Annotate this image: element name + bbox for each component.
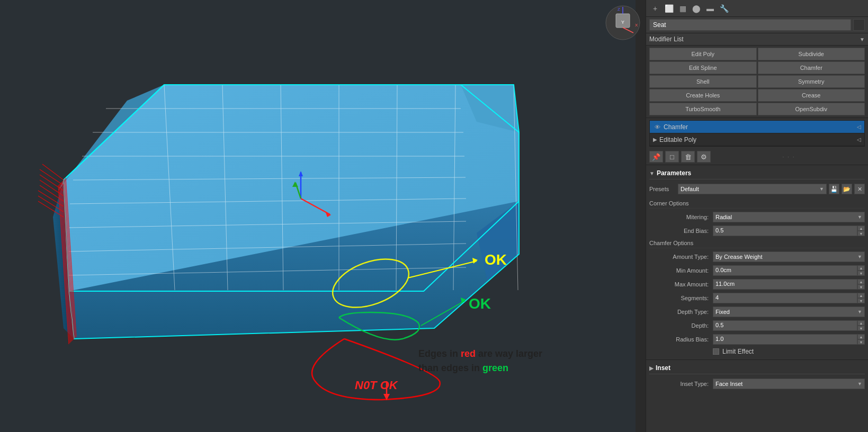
stack-pin-btn[interactable]: 📌	[649, 151, 663, 163]
mitering-dropdown[interactable]: Radial ▼	[713, 212, 865, 222]
mitering-label: Mitering:	[649, 214, 713, 220]
mod-btn-turbosmooth[interactable]: TurboSmooth	[649, 103, 757, 115]
mitering-value: Radial	[715, 214, 732, 220]
mod-btn-opensubdiv[interactable]: OpenSubdiv	[758, 103, 865, 115]
mitering-row: Mitering: Radial ▼	[649, 211, 865, 223]
radius-bias-row: Radius Bias: 1.0 ▲ ▼	[649, 333, 865, 346]
modifier-stack: 👁 Chamfer ◁ ▶ Editable Poly ◁	[649, 120, 865, 147]
scale-icon[interactable]: ▬	[704, 3, 716, 14]
stack-label-poly: Editable Poly	[659, 136, 857, 143]
inset-header[interactable]: ▶ Inset	[649, 362, 865, 374]
presets-label: Presets	[649, 186, 676, 192]
radius-bias-value[interactable]: 1.0	[713, 334, 857, 345]
svg-text:Y: Y	[621, 20, 624, 25]
limit-effect-label: Limit Effect	[722, 348, 754, 355]
stack-controls: 📌 □ 🗑 ⚙ · · ·	[646, 149, 868, 165]
segments-up[interactable]: ▲	[857, 293, 865, 298]
mod-btn-edit-poly[interactable]: Edit Poly	[649, 48, 757, 60]
inset-type-row: Inset Type: Face Inset ▼	[649, 377, 865, 390]
stack-dots: · · ·	[713, 154, 865, 160]
svg-text:Z: Z	[618, 7, 620, 12]
max-amount-value[interactable]: 11.0cm	[713, 279, 857, 290]
mod-btn-chamfer[interactable]: Chamfer	[758, 61, 865, 74]
end-bias-spinner: 0.5 ▲ ▼	[713, 226, 865, 236]
depth-down[interactable]: ▼	[857, 326, 865, 331]
modifier-list-arrow: ▼	[860, 37, 865, 42]
amount-type-arrow: ▼	[857, 254, 862, 259]
stack-eye-chamfer[interactable]: 👁	[653, 123, 661, 131]
stack-config-btn[interactable]: ⚙	[697, 151, 711, 163]
end-bias-up[interactable]: ▲	[857, 226, 865, 231]
radius-bias-up[interactable]: ▲	[857, 334, 865, 339]
stack-expand-poly[interactable]: ▶	[653, 137, 657, 142]
min-amount-arrows: ▲ ▼	[857, 265, 865, 276]
object-color-swatch[interactable]	[853, 19, 865, 31]
segments-down[interactable]: ▼	[857, 298, 865, 303]
depth-value[interactable]: 0.5	[713, 320, 857, 331]
rotate-icon[interactable]: ⬤	[691, 3, 702, 14]
limit-effect-checkbox[interactable]	[713, 348, 719, 355]
end-bias-down[interactable]: ▼	[857, 231, 865, 236]
depth-label: Depth:	[649, 322, 713, 329]
segments-arrows: ▲ ▼	[857, 293, 865, 303]
end-bias-arrows: ▲ ▼	[857, 226, 865, 236]
inset-type-label: Inset Type:	[649, 381, 713, 387]
amount-type-dropdown[interactable]: By Crease Weight ▼	[713, 251, 865, 262]
segments-row: Segments: 4 ▲ ▼	[649, 292, 865, 304]
max-amount-up[interactable]: ▲	[857, 279, 865, 284]
mod-btn-symmetry[interactable]: Symmetry	[758, 75, 865, 88]
max-amount-label: Max Amount:	[649, 281, 713, 287]
preset-del-btn[interactable]: ✕	[854, 184, 865, 194]
mod-btn-edit-spline[interactable]: Edit Spline	[649, 61, 757, 74]
segments-label: Segments:	[649, 295, 713, 301]
inset-type-value: Face Inset	[715, 381, 742, 387]
params-section: ▼ Parameters Presets Default ▼ 💾 📂 ✕ Cor…	[646, 165, 868, 359]
depth-up[interactable]: ▲	[857, 320, 865, 326]
annotation-description: Edges in red are way larger than edges i…	[418, 347, 542, 375]
move-icon[interactable]: ▦	[677, 3, 688, 14]
segments-value[interactable]: 4	[713, 293, 857, 303]
object-name-row	[646, 17, 868, 33]
parameters-chevron: ▼	[649, 170, 655, 176]
end-bias-value[interactable]: 0.5	[713, 226, 857, 236]
mod-btn-crease[interactable]: Crease	[758, 89, 865, 102]
depth-type-label: Depth Type:	[649, 309, 713, 315]
mod-btn-subdivide[interactable]: Subdivide	[758, 48, 865, 60]
viewport-gizmo: Y X Z	[604, 4, 641, 41]
amount-type-label: Amount Type:	[649, 254, 713, 260]
modifier-list-row[interactable]: Modifier List ▼	[646, 33, 868, 46]
min-amount-up[interactable]: ▲	[857, 265, 865, 271]
min-amount-label: Min Amount:	[649, 267, 713, 274]
presets-row: Presets Default ▼ 💾 📂 ✕	[649, 183, 865, 195]
mod-btn-shell[interactable]: Shell	[649, 75, 757, 88]
min-amount-down[interactable]: ▼	[857, 271, 865, 276]
stack-pin-chamfer: ◁	[857, 124, 861, 130]
parameters-header[interactable]: ▼ Parameters	[649, 167, 865, 179]
radius-bias-down[interactable]: ▼	[857, 339, 865, 345]
parameters-label: Parameters	[657, 169, 691, 177]
stack-item-chamfer[interactable]: 👁 Chamfer ◁	[650, 121, 864, 133]
wrench-icon[interactable]: 🔧	[718, 3, 730, 14]
max-amount-down[interactable]: ▼	[857, 284, 865, 290]
add-icon[interactable]: +	[649, 3, 661, 14]
presets-dropdown[interactable]: Default ▼	[678, 184, 827, 194]
depth-type-row: Depth Type: Fixed ▼	[649, 305, 865, 318]
corner-options-label: Corner Options	[649, 199, 865, 209]
select-icon[interactable]: ⬜	[663, 3, 675, 14]
stack-remove-btn[interactable]: 🗑	[681, 151, 695, 163]
presets-value: Default	[681, 186, 699, 192]
preset-load-btn[interactable]: 📂	[842, 184, 852, 194]
inset-section: ▶ Inset Inset Type: Face Inset ▼	[646, 359, 868, 393]
object-name-field[interactable]	[649, 19, 851, 31]
mod-btn-create-holes[interactable]: Create Holes	[649, 89, 757, 102]
stack-unique-btn[interactable]: □	[665, 151, 679, 163]
mitering-arrow: ▼	[857, 214, 862, 220]
depth-type-dropdown[interactable]: Fixed ▼	[713, 307, 865, 317]
stack-item-editable-poly[interactable]: ▶ Editable Poly ◁	[650, 133, 864, 146]
min-amount-value[interactable]: 0.0cm	[713, 265, 857, 276]
depth-spinner: 0.5 ▲ ▼	[713, 320, 865, 331]
viewport[interactable]: OK OK N0T OK Edges in red are way larger…	[0, 0, 646, 432]
scene-svg	[0, 0, 646, 432]
inset-type-dropdown[interactable]: Face Inset ▼	[713, 379, 865, 389]
preset-save-btn[interactable]: 💾	[829, 184, 839, 194]
